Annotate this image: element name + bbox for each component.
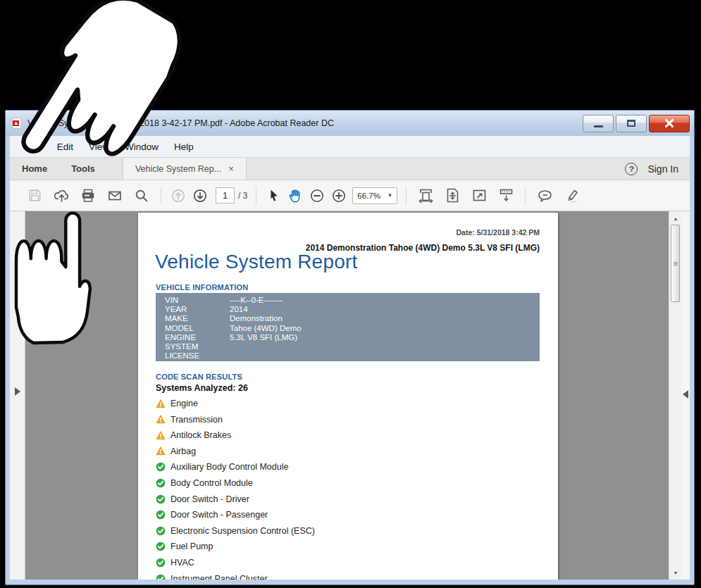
code-scan-heading: CODE SCAN RESULTS: [156, 373, 242, 381]
table-row: ENGINE5.3L V8 SFI (LMG): [165, 333, 540, 342]
fit-page-icon: [445, 187, 461, 204]
print-icon: [80, 188, 96, 204]
search-icon: [134, 188, 149, 204]
title-bar[interactable]: Vehicle System Report 5-31-2018 3-42-17 …: [6, 111, 694, 136]
check-icon: [156, 462, 166, 472]
list-item: Door Switch - Driver: [156, 494, 249, 505]
list-item: Auxiliary Body Control Module: [156, 461, 288, 473]
systems-analyzed: Systems Analyzed: 26: [156, 383, 248, 393]
page-count-label: / 3: [238, 191, 247, 201]
cloud-upload-icon: [54, 188, 70, 204]
zoom-out-button[interactable]: [306, 183, 328, 208]
document-canvas: Date: 5/31/2018 3:42 PM 2014 Demonstrati…: [10, 211, 690, 580]
fullscreen-icon: [471, 187, 488, 204]
table-row: SYSTEM: [165, 342, 540, 351]
toolbar-separator: [161, 187, 161, 205]
fullscreen-button[interactable]: [466, 183, 492, 208]
check-icon: [156, 542, 166, 551]
scrollbar-grip: [674, 262, 678, 263]
toolbar-separator: [525, 187, 526, 205]
tab-bar: Home Tools Vehicle System Rep... × ? Sig…: [10, 157, 690, 180]
find-button[interactable]: [128, 183, 155, 208]
scroll-mode-icon: [498, 187, 514, 204]
expand-nav-pane-icon[interactable]: [15, 387, 20, 396]
print-button[interactable]: [75, 183, 101, 208]
email-icon: [107, 188, 123, 204]
minimize-icon: [594, 125, 603, 127]
collapse-panel-icon[interactable]: [683, 390, 688, 399]
zoom-in-button[interactable]: [328, 183, 349, 208]
select-tool-button[interactable]: [262, 183, 284, 208]
maximize-button[interactable]: [616, 115, 647, 132]
page-down-icon: [192, 188, 208, 204]
list-item: Body Control Module: [156, 477, 253, 489]
share-button[interactable]: [48, 183, 75, 208]
close-icon: [664, 119, 674, 127]
table-row: MODELTahoe (4WD) Demo: [165, 324, 540, 333]
menu-view[interactable]: View: [81, 138, 117, 156]
list-item: Transmission: [156, 414, 223, 425]
zoom-in-icon: [331, 188, 347, 204]
check-icon: [156, 526, 166, 536]
fit-width-icon: [418, 187, 434, 204]
page-number-input[interactable]: 1: [216, 187, 235, 204]
menu-window[interactable]: Window: [117, 138, 166, 156]
menu-edit[interactable]: Edit: [49, 138, 81, 156]
list-item: HVAC: [156, 557, 194, 568]
sign-in-link[interactable]: Sign In: [647, 163, 678, 175]
list-item: Fuel Pump: [156, 541, 213, 552]
maximize-icon: [627, 120, 635, 127]
tab-tools[interactable]: Tools: [59, 158, 107, 180]
menu-bar: File Edit View Window Help: [10, 136, 690, 157]
toolbar-separator: [256, 187, 256, 205]
next-page-button[interactable]: [189, 183, 211, 208]
vertical-scrollbar[interactable]: ▲ ▼: [669, 211, 681, 580]
chevron-down-icon: ▼: [387, 192, 392, 199]
help-icon[interactable]: ?: [625, 163, 638, 175]
table-row: YEAR2014: [165, 305, 540, 314]
page-display-button[interactable]: [492, 183, 519, 208]
pdf-file-icon: [12, 118, 23, 129]
report-title: Vehicle System Report: [155, 251, 357, 273]
scroll-up-icon[interactable]: ▲: [669, 213, 682, 224]
toolbar: 1 / 3: [10, 180, 690, 211]
comment-button[interactable]: [531, 183, 558, 208]
acrobat-window: Vehicle System Report 5-31-2018 3-42-17 …: [5, 110, 695, 585]
table-row: MAKEDemonstration: [165, 314, 540, 323]
scrollbar-thumb[interactable]: [671, 225, 680, 302]
select-cursor-icon: [266, 188, 280, 203]
window-title: Vehicle System Report 5-31-2018 3-42-17 …: [27, 118, 575, 128]
zoom-level-value: 66.7%: [357, 192, 380, 200]
tab-close-icon[interactable]: ×: [228, 164, 234, 173]
pdf-page[interactable]: Date: 5/31/2018 3:42 PM 2014 Demonstrati…: [138, 213, 558, 580]
menu-file[interactable]: File: [18, 138, 49, 156]
minimize-button[interactable]: [583, 115, 614, 132]
save-button[interactable]: [21, 183, 48, 208]
tab-document[interactable]: Vehicle System Rep... ×: [123, 158, 247, 180]
zoom-level-dropdown[interactable]: 66.7% ▼: [352, 187, 397, 204]
menu-help[interactable]: Help: [166, 138, 201, 156]
fit-page-button[interactable]: [439, 183, 466, 208]
email-button[interactable]: [101, 183, 128, 208]
close-button[interactable]: [649, 115, 690, 132]
hand-tool-icon: [287, 188, 303, 204]
navigation-pane-strip[interactable]: [10, 211, 25, 580]
comment-bubble-icon: [537, 188, 553, 204]
highlight-button[interactable]: [558, 183, 585, 208]
zoom-out-icon: [309, 188, 325, 204]
hand-tool-button[interactable]: [284, 183, 306, 208]
vehicle-info-table: VIN----K--0-E------- YEAR2014 MAKEDemons…: [156, 293, 540, 361]
table-row: VIN----K--0-E-------: [165, 296, 540, 305]
fit-width-button[interactable]: [412, 183, 439, 208]
check-icon: [156, 478, 166, 488]
check-icon: [156, 510, 166, 520]
warning-icon: [156, 399, 166, 408]
list-item: Door Switch - Passenger: [156, 509, 268, 520]
tab-home[interactable]: Home: [10, 158, 59, 180]
list-item: Airbag: [156, 446, 196, 457]
previous-page-button[interactable]: [167, 183, 189, 208]
tools-panel-strip[interactable]: [681, 211, 690, 580]
report-date: Date: 5/31/2018 3:42 PM: [457, 228, 540, 237]
scroll-down-icon[interactable]: ▼: [669, 567, 682, 578]
toolbar-separator: [406, 187, 407, 205]
